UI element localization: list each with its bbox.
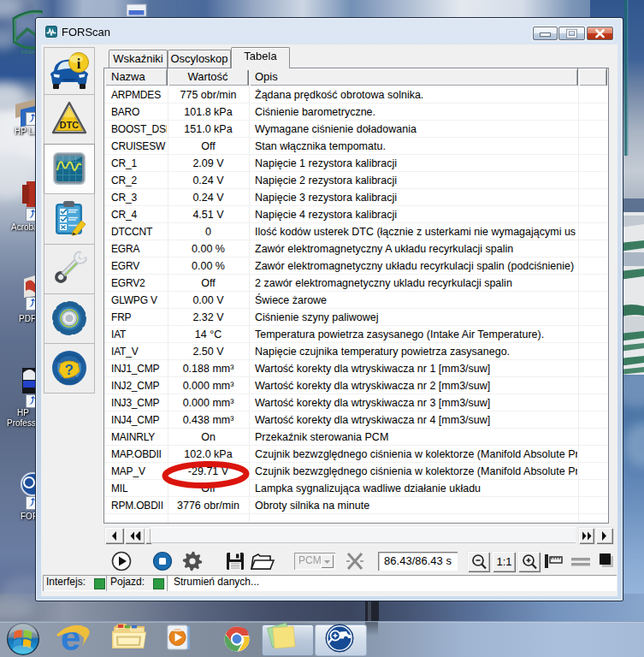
svg-text:e: e <box>61 618 80 657</box>
